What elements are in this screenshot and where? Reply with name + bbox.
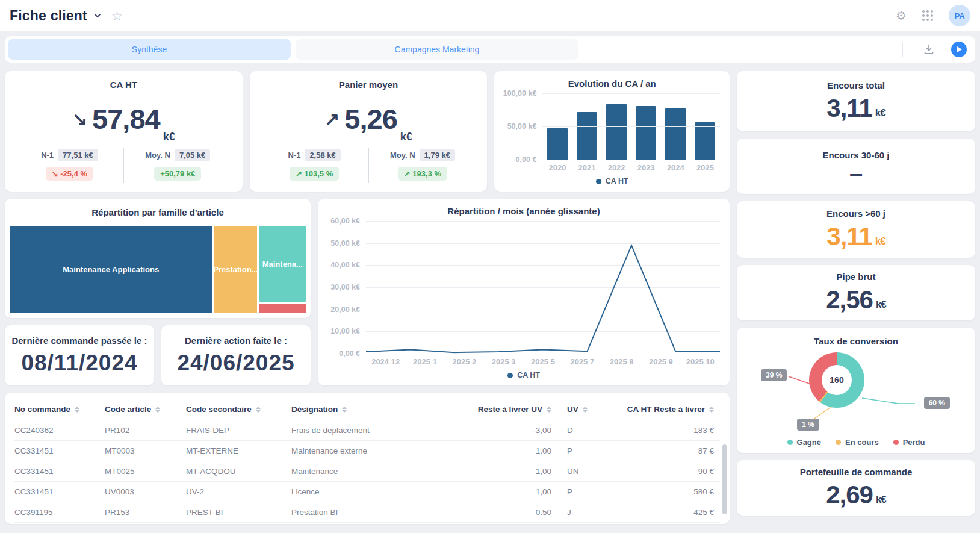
card-repartition-famille: Répartition par famille d'article Mainte…: [5, 199, 311, 318]
table-row[interactable]: CC331451MT0003MT-EXTERNEMaintenance exte…: [14, 441, 720, 461]
treemap-block[interactable]: Prestation...: [214, 226, 256, 313]
sort-icon[interactable]: [583, 407, 588, 413]
bar-chart-plot: [542, 93, 720, 160]
bar: [636, 106, 656, 160]
x-tick-label: 2020: [542, 163, 572, 172]
sort-icon[interactable]: [75, 407, 79, 413]
header-label: Désignation: [291, 405, 338, 414]
apps-grid-icon[interactable]: [922, 10, 933, 21]
treemap-block[interactable]: Maintena...: [259, 226, 306, 302]
stat-value-badge: 2,58 k€: [305, 149, 340, 161]
kpi-stats: N-1 77,51 k€ ↘ -25,4 % Moy. N 7,05 k€ +5…: [16, 148, 232, 183]
y-tick-label: 0,00 €: [516, 155, 537, 164]
line-chart-y-axis: 60,00 k€50,00 k€40,00 k€30,00 k€20,00 k€…: [327, 221, 366, 354]
chevron-down-icon[interactable]: [93, 11, 102, 20]
kpi-value: 5,26: [344, 102, 397, 136]
x-tick-label: 2025 8: [602, 357, 641, 366]
table-cell: 90 €: [600, 461, 720, 482]
slice-label-gagne: 60 %: [924, 397, 950, 409]
sort-up-arrow: [709, 407, 714, 409]
card-taux-conversion: Taux de conversion 160 39 % 60 % 1 % Gag…: [737, 328, 975, 453]
favorite-star-icon[interactable]: ☆: [111, 10, 123, 22]
table-cell: Frais de deplacement: [291, 420, 461, 441]
gridline: [542, 126, 720, 127]
header-label: UV: [567, 405, 578, 414]
sort-down-arrow: [547, 410, 551, 413]
chart-title: Répartition par famille d'article: [10, 207, 306, 217]
x-tick-label: 2021: [572, 163, 601, 172]
table-row[interactable]: CC331451MT0025MT-ACQDOUMaintenance1,00UN…: [14, 461, 720, 482]
sort-up-arrow: [256, 407, 261, 409]
play-icon: [957, 46, 962, 52]
table-header-1[interactable]: Code article: [105, 405, 186, 414]
card-title: Dernière action faite le :: [185, 335, 287, 346]
bar-chart-legend: CA HT: [504, 172, 720, 187]
table-cell: UV0003: [105, 482, 186, 502]
line-series: [366, 221, 720, 354]
table-cell: CC331451: [14, 441, 105, 461]
table-header-6[interactable]: CA HT Reste à livrer: [600, 405, 720, 414]
chart-title: Répartition / mois (année glissante): [327, 206, 720, 216]
stat-label: Moy. N: [145, 151, 170, 160]
table-header-0[interactable]: No commande: [14, 405, 105, 414]
line-chart-legend: CA HT: [327, 366, 720, 381]
header-label: Reste à livrer UV: [478, 405, 542, 414]
play-button[interactable]: [951, 42, 967, 57]
table-cell: 1,00: [461, 482, 551, 502]
tab-synthese[interactable]: Synthèse: [8, 39, 291, 60]
legend-label: Perdu: [903, 438, 925, 447]
sort-icon[interactable]: [155, 407, 160, 413]
table-header-2[interactable]: Code secondaire: [186, 405, 291, 414]
stat-label: N-1: [41, 151, 54, 160]
avatar[interactable]: PA: [949, 5, 970, 26]
table-row[interactable]: CC391195PR153PREST-BIPrestation BI0.50J4…: [14, 502, 720, 523]
kpi-unit: k€: [400, 131, 412, 148]
bar: [665, 108, 686, 160]
tab-campagnes-marketing[interactable]: Campagnes Marketing: [296, 39, 578, 60]
card-value: 3,11 k€: [826, 222, 885, 251]
table-cell: 87 €: [600, 441, 720, 461]
table-header-4[interactable]: Reste à livrer UV: [461, 405, 551, 414]
treemap-block-small[interactable]: [259, 304, 306, 313]
right-column: Encours total 3,11 k€ Encours 30-60 j – …: [737, 71, 975, 524]
treemap-column: Maintena...: [259, 226, 306, 313]
table-cell: MT-ACQDOU: [186, 461, 291, 482]
sort-down-arrow: [256, 410, 261, 413]
bar: [695, 122, 715, 160]
table-cell: P: [551, 441, 600, 461]
stat-label: N-1: [288, 151, 300, 160]
sort-icon[interactable]: [709, 407, 714, 413]
y-tick-label: 50,00 k€: [507, 122, 537, 131]
gear-icon[interactable]: ⚙: [896, 8, 907, 23]
sort-up-arrow: [547, 407, 551, 409]
gridline: [366, 354, 720, 354]
slice-label-perdu: 39 %: [761, 369, 787, 381]
sort-icon[interactable]: [256, 407, 261, 413]
table-row[interactable]: CC240362PR102FRAIS-DEPFrais de deplaceme…: [14, 420, 720, 441]
table-row[interactable]: CC331451UV0003UV-2Licence1,00P580 €: [14, 482, 720, 502]
table-cell: 425 €: [600, 502, 720, 523]
download-icon[interactable]: [922, 43, 935, 56]
table-cell: MT-EXTERNE: [186, 441, 291, 461]
table-header-3[interactable]: Désignation: [291, 405, 461, 414]
y-tick-label: 10,00 k€: [330, 327, 360, 335]
value-unit: k€: [875, 107, 885, 123]
legend-label: CA HT: [606, 177, 628, 185]
x-tick-label: 2025 3: [484, 357, 523, 366]
treemap-block[interactable]: Maintenance Applications: [10, 226, 212, 313]
header-label: Code secondaire: [186, 405, 252, 414]
card-portefeuille: Portefeuille de commande 2,69 k€: [737, 460, 975, 516]
sort-icon[interactable]: [342, 407, 347, 413]
kpi-unit: k€: [163, 131, 175, 148]
table-header-5[interactable]: UV: [551, 405, 600, 414]
slice-label-en-cours: 1 %: [797, 419, 819, 431]
tabbar-divider: [902, 42, 903, 57]
card-value: 2,56 k€: [826, 285, 886, 314]
sort-down-arrow: [155, 410, 160, 413]
x-tick-label: 2025 5: [523, 357, 562, 366]
table-scrollbar[interactable]: [722, 444, 727, 514]
legend-dot: [893, 440, 899, 445]
sort-icon[interactable]: [547, 407, 551, 413]
table-cell: CC331451: [14, 482, 105, 502]
stat-value-badge: 1,79 k€: [420, 149, 455, 161]
